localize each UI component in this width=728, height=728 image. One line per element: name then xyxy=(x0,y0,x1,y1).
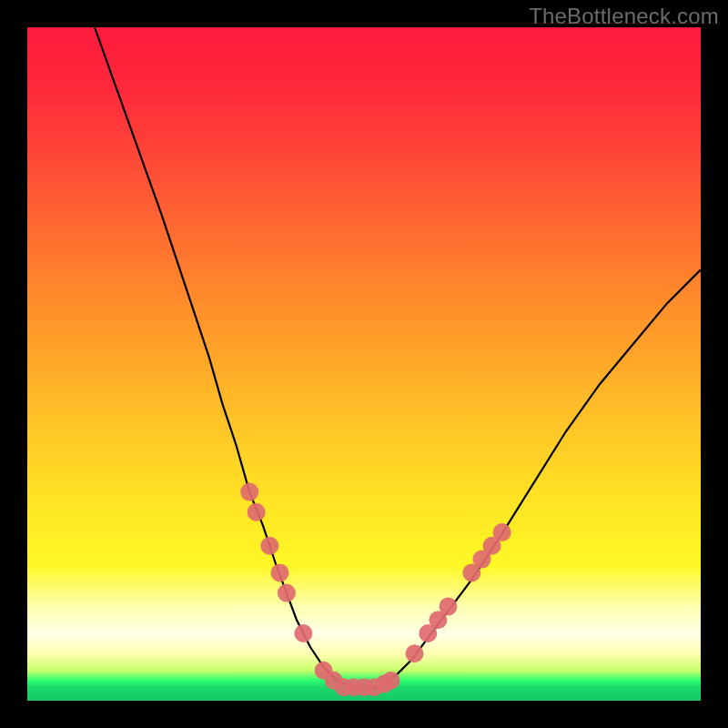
data-marker xyxy=(382,672,400,690)
data-marker xyxy=(240,483,258,501)
data-marker xyxy=(406,644,424,662)
data-marker xyxy=(493,523,511,541)
data-marker xyxy=(440,597,458,615)
marker-layer xyxy=(240,483,511,697)
data-marker xyxy=(278,584,296,602)
data-marker xyxy=(294,624,312,642)
watermark-text: TheBottleneck.com xyxy=(529,4,719,29)
plot-area xyxy=(27,27,701,701)
data-marker xyxy=(248,503,266,521)
chart-svg xyxy=(27,27,701,701)
bottleneck-curve xyxy=(95,27,701,687)
data-marker xyxy=(271,563,289,581)
data-marker xyxy=(260,537,278,555)
chart-frame: TheBottleneck.com xyxy=(0,0,728,728)
